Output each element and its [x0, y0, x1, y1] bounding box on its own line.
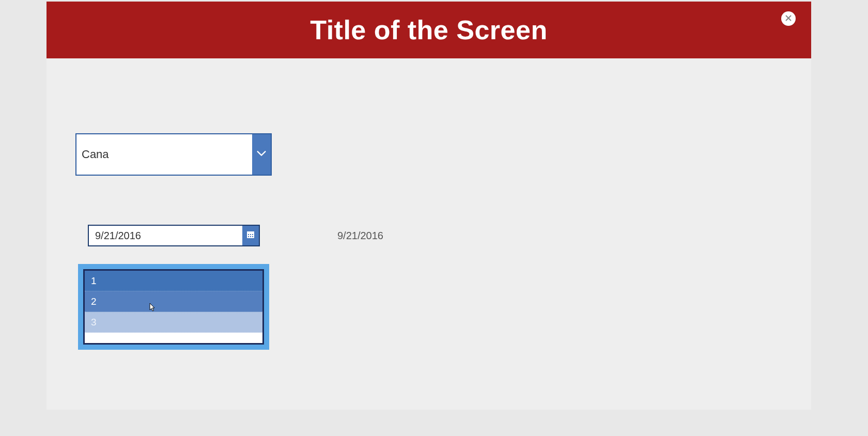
list-item-label: 1	[91, 275, 97, 287]
date-picker-input[interactable]	[89, 226, 242, 245]
svg-rect-1	[247, 231, 254, 233]
date-display-label: 9/21/2016	[337, 230, 383, 242]
svg-rect-4	[252, 234, 253, 235]
list-item-empty[interactable]	[85, 333, 262, 343]
close-icon	[785, 14, 792, 23]
svg-rect-5	[248, 236, 249, 237]
list-item[interactable]: 2	[85, 291, 262, 312]
list-item[interactable]: 1	[85, 271, 262, 291]
list-item-label: 2	[91, 296, 97, 307]
listbox[interactable]: 1 2 3	[78, 264, 269, 350]
country-combobox-input[interactable]	[76, 134, 252, 175]
country-combobox[interactable]	[75, 133, 272, 176]
list-item-label: 3	[91, 317, 97, 328]
chevron-down-icon	[256, 148, 267, 161]
date-picker-button[interactable]	[242, 226, 259, 245]
date-picker[interactable]	[88, 225, 260, 246]
svg-rect-6	[250, 236, 251, 237]
close-button[interactable]	[781, 11, 796, 26]
content-area: 9/21/2016 1 2 3	[47, 58, 811, 410]
svg-rect-3	[250, 234, 251, 235]
calendar-icon	[246, 230, 255, 241]
combobox-dropdown-button[interactable]	[252, 134, 271, 175]
cursor-pointer-icon	[149, 303, 156, 312]
svg-rect-2	[248, 234, 249, 235]
header-bar: Title of the Screen	[47, 2, 811, 58]
svg-rect-7	[252, 236, 253, 237]
list-item[interactable]: 3	[85, 312, 262, 333]
page-title: Title of the Screen	[310, 14, 547, 45]
